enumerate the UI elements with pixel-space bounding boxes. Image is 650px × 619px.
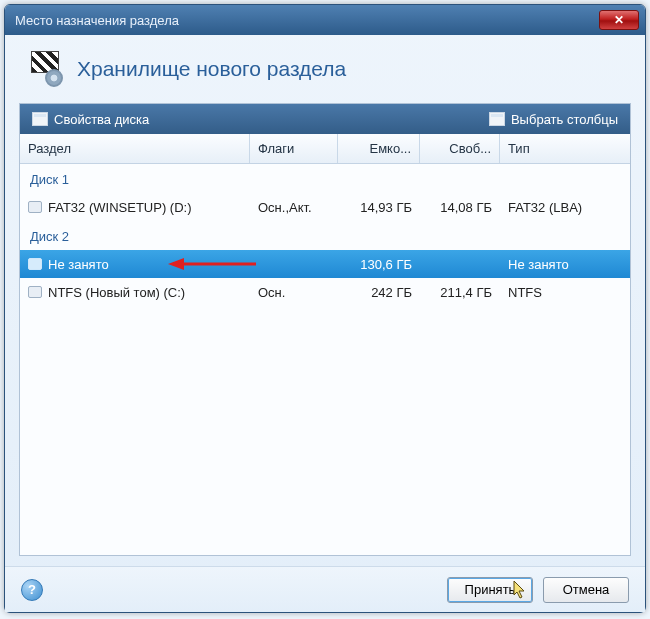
column-headers: Раздел Флаги Емко... Своб... Тип [20,134,630,164]
partition-list[interactable]: Диск 1FAT32 (WINSETUP) (D:)Осн.,Акт.14,9… [20,164,630,555]
col-partition[interactable]: Раздел [20,134,250,163]
panel-toolbar: Свойства диска Выбрать столбцы [20,104,630,134]
wizard-header: Хранилище нового раздела [5,35,645,99]
partition-icon [28,258,42,270]
partition-type: Не занято [500,257,630,272]
partition-icon [28,286,42,298]
partition-flags: Осн. [250,285,338,300]
partition-row[interactable]: Не занято130,6 ГБНе занято [20,250,630,278]
close-button[interactable]: ✕ [599,10,639,30]
content-panel: Свойства диска Выбрать столбцы Раздел Фл… [19,103,631,556]
choose-columns-label: Выбрать столбцы [511,112,618,127]
cancel-button[interactable]: Отмена [543,577,629,603]
page-icon [32,112,48,126]
partition-capacity: 14,93 ГБ [338,200,420,215]
partition-capacity: 242 ГБ [338,285,420,300]
disk-properties-label: Свойства диска [54,112,149,127]
partition-row[interactable]: NTFS (Новый том) (C:)Осн.242 ГБ211,4 ГБN… [20,278,630,306]
partition-name: Не занято [48,257,109,272]
partition-type: FAT32 (LBA) [500,200,630,215]
gear-icon [45,69,63,87]
partition-capacity: 130,6 ГБ [338,257,420,272]
col-flags[interactable]: Флаги [250,134,338,163]
partition-type: NTFS [500,285,630,300]
accept-button[interactable]: Принять [447,577,533,603]
dialog-footer: ? Принять Отмена [5,566,645,612]
window-title: Место назначения раздела [15,13,599,28]
wizard-icon [27,51,63,87]
col-capacity[interactable]: Емко... [338,134,420,163]
col-free[interactable]: Своб... [420,134,500,163]
partition-name: NTFS (Новый том) (C:) [48,285,185,300]
partition-icon [28,201,42,213]
accept-label: Принять [465,582,516,597]
partition-row[interactable]: FAT32 (WINSETUP) (D:)Осн.,Акт.14,93 ГБ14… [20,193,630,221]
page-icon [489,112,505,126]
choose-columns-button[interactable]: Выбрать столбцы [477,104,630,134]
titlebar[interactable]: Место назначения раздела ✕ [5,5,645,35]
disk-label: Диск 1 [20,164,630,193]
disk-properties-button[interactable]: Свойства диска [20,104,161,134]
disk-label: Диск 2 [20,221,630,250]
partition-free: 211,4 ГБ [420,285,500,300]
help-icon[interactable]: ? [21,579,43,601]
col-type[interactable]: Тип [500,134,630,163]
partition-name: FAT32 (WINSETUP) (D:) [48,200,191,215]
partition-flags: Осн.,Акт. [250,200,338,215]
partition-free: 14,08 ГБ [420,200,500,215]
dialog-window: Место назначения раздела ✕ Хранилище нов… [4,4,646,613]
wizard-title: Хранилище нового раздела [77,57,346,81]
